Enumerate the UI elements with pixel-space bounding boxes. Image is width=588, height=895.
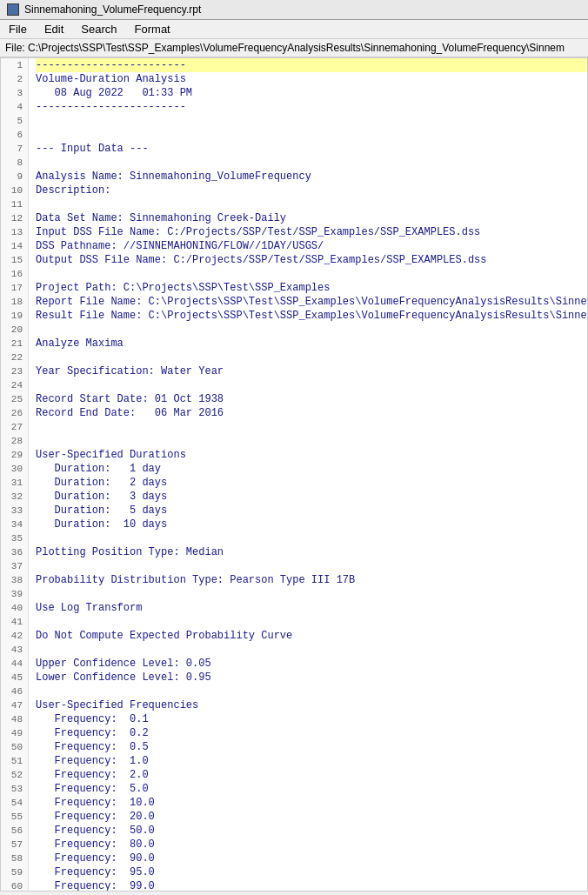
- lines-content: ------------------------Volume-Duration …: [29, 58, 588, 892]
- line-content: ------------------------: [36, 58, 588, 72]
- line-number: 2: [6, 72, 23, 86]
- line-number: 1: [6, 58, 23, 72]
- line-content: User-Specified Durations: [36, 448, 588, 462]
- line-content: Frequency: 90.0: [36, 852, 588, 865]
- line-number: 41: [6, 615, 23, 629]
- line-number: 27: [6, 420, 23, 434]
- line-number: 55: [6, 810, 23, 824]
- line-number: 47: [6, 698, 23, 712]
- menu-bar: File Edit Search Format: [0, 20, 588, 39]
- title-bar-icon: [7, 3, 19, 16]
- line-content: [36, 114, 588, 128]
- line-number: 29: [6, 448, 23, 462]
- line-number: 16: [6, 267, 23, 281]
- line-content: Duration: 5 days: [36, 504, 588, 518]
- line-content: Analyze Maxima: [36, 337, 588, 351]
- line-content: [36, 685, 588, 698]
- line-number: 38: [6, 573, 23, 587]
- line-content: Frequency: 1.0: [36, 754, 588, 768]
- line-content: Frequency: 0.2: [36, 726, 588, 740]
- line-number: 33: [6, 504, 23, 518]
- line-number: 48: [6, 712, 23, 726]
- line-content: Probability Distribution Type: Pearson T…: [36, 573, 588, 587]
- line-content: Volume-Duration Analysis: [36, 72, 588, 86]
- line-number: 9: [6, 170, 23, 184]
- line-content: Duration: 3 days: [36, 490, 588, 504]
- line-content: [36, 587, 588, 601]
- line-number: 20: [6, 323, 23, 337]
- line-number: 50: [6, 740, 23, 754]
- line-content: [36, 156, 588, 170]
- line-number: 45: [6, 671, 23, 685]
- line-number: 17: [6, 281, 23, 295]
- line-number: 23: [6, 364, 23, 378]
- line-number: 3: [6, 86, 23, 100]
- line-content: Do Not Compute Expected Probability Curv…: [36, 629, 588, 643]
- line-content: Data Set Name: Sinnemahoning Creek-Daily: [36, 211, 588, 225]
- line-content: --- Input Data ---: [36, 142, 588, 156]
- line-number: 15: [6, 253, 23, 267]
- line-number: 46: [6, 685, 23, 698]
- line-number: 49: [6, 726, 23, 740]
- line-number: 40: [6, 601, 23, 615]
- line-number: 14: [6, 239, 23, 253]
- line-number: 10: [6, 184, 23, 197]
- line-content: Frequency: 80.0: [36, 838, 588, 852]
- line-number: 56: [6, 824, 23, 838]
- line-number: 43: [6, 643, 23, 657]
- line-number: 5: [6, 114, 23, 128]
- line-number: 18: [6, 295, 23, 309]
- line-content: [36, 128, 588, 142]
- line-number: 57: [6, 838, 23, 852]
- line-content: Frequency: 50.0: [36, 824, 588, 838]
- line-number: 8: [6, 156, 23, 170]
- line-content: Result File Name: C:\Projects\SSP\Test\S…: [36, 309, 588, 323]
- line-content: Record End Date: 06 Mar 2016: [36, 406, 588, 420]
- line-number: 44: [6, 657, 23, 671]
- line-number: 21: [6, 337, 23, 351]
- line-content: Duration: 2 days: [36, 476, 588, 490]
- line-content: Frequency: 20.0: [36, 810, 588, 824]
- line-content: Frequency: 5.0: [36, 782, 588, 796]
- line-content: Use Log Transform: [36, 601, 588, 615]
- line-numbers: 1234567891011121314151617181920212223242…: [1, 58, 29, 892]
- line-number: 31: [6, 476, 23, 490]
- line-number: 30: [6, 462, 23, 476]
- content-area[interactable]: 1234567891011121314151617181920212223242…: [0, 57, 588, 892]
- line-content: Frequency: 2.0: [36, 768, 588, 782]
- line-content: Project Path: C:\Projects\SSP\Test\SSP_E…: [36, 281, 588, 295]
- line-number: 35: [6, 531, 23, 545]
- line-content: Duration: 10 days: [36, 518, 588, 531]
- line-number: 32: [6, 490, 23, 504]
- line-number: 34: [6, 518, 23, 531]
- line-content: [36, 267, 588, 281]
- line-content: Plotting Position Type: Median: [36, 545, 588, 559]
- line-content: Lower Confidence Level: 0.95: [36, 671, 588, 685]
- line-number: 22: [6, 351, 23, 364]
- line-number: 19: [6, 309, 23, 323]
- menu-edit[interactable]: Edit: [36, 20, 72, 38]
- line-content: User-Specified Frequencies: [36, 698, 588, 712]
- line-content: [36, 420, 588, 434]
- line-content: DSS Pathname: //SINNEMAHONING/FLOW//1DAY…: [36, 239, 588, 253]
- line-number: 6: [6, 128, 23, 142]
- line-content: Input DSS File Name: C:/Projects/SSP/Tes…: [36, 225, 588, 239]
- line-number: 36: [6, 545, 23, 559]
- line-content: Frequency: 99.0: [36, 879, 588, 892]
- line-content: Duration: 1 day: [36, 462, 588, 476]
- file-path: C:\Projects\SSP\Test\SSP_Examples\Volume…: [28, 42, 565, 54]
- line-content: [36, 531, 588, 545]
- menu-search[interactable]: Search: [72, 20, 125, 38]
- line-content: Frequency: 0.1: [36, 712, 588, 726]
- file-bar: File: C:\Projects\SSP\Test\SSP_Examples\…: [0, 39, 588, 57]
- line-number: 52: [6, 768, 23, 782]
- line-number: 4: [6, 100, 23, 114]
- line-number: 54: [6, 796, 23, 810]
- menu-file[interactable]: File: [0, 20, 36, 38]
- line-number: 51: [6, 754, 23, 768]
- line-number: 39: [6, 587, 23, 601]
- menu-format[interactable]: Format: [126, 20, 179, 38]
- title-bar: Sinnemahoning_VolumeFrequency.rpt: [0, 0, 588, 20]
- line-content: Upper Confidence Level: 0.05: [36, 657, 588, 671]
- line-number: 25: [6, 392, 23, 406]
